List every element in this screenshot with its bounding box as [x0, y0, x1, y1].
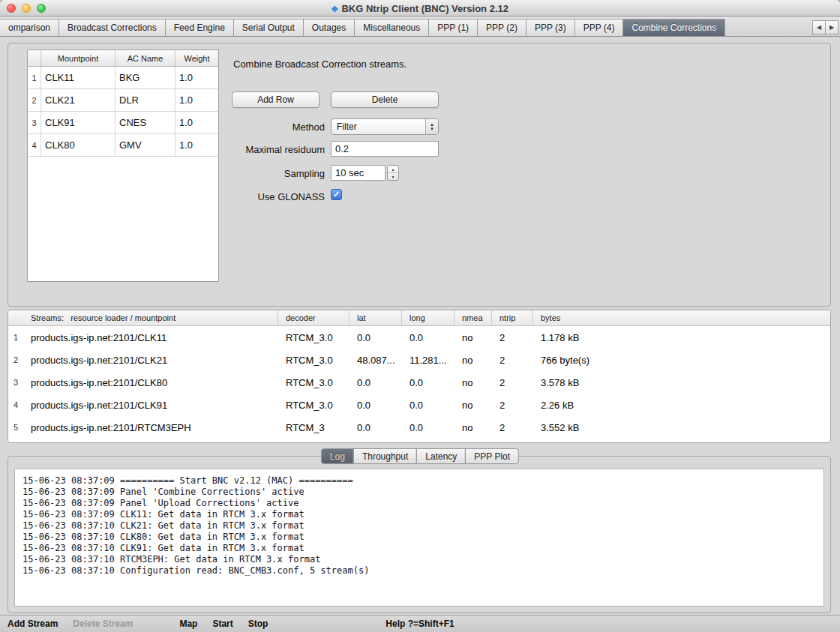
tab-label: Throughput: [362, 451, 408, 462]
header-weight: Weight: [176, 50, 218, 67]
tab-comparison[interactable]: omparison: [0, 19, 59, 36]
cell-nmea: no: [454, 416, 492, 439]
tab-ppp-plot[interactable]: PPP Plot: [465, 448, 519, 464]
cell-mountpoint[interactable]: CLK11: [41, 67, 116, 89]
tab-serial-output[interactable]: Serial Output: [233, 19, 304, 36]
stream-row[interactable]: 3 products.igs-ip.net:2101/CLK80 RTCM_3.…: [8, 371, 830, 394]
tab-label: PPP (3): [535, 22, 566, 33]
stream-row[interactable]: 1 products.igs-ip.net:2101/CLK11 RTCM_3.…: [8, 326, 830, 349]
row-number: 3: [8, 371, 23, 394]
log-line: 15-06-23 08:37:10 RTCM3EPH: Get data in …: [22, 554, 816, 565]
bottom-action-bar: Add Stream Delete Stream Map Start Stop …: [0, 615, 840, 632]
add-stream-button[interactable]: Add Stream: [8, 619, 58, 629]
log-line: 15-06-23 08:37:09 Panel 'Combine Correct…: [22, 487, 816, 498]
header-lat: lat: [350, 310, 402, 325]
row-number: 4: [8, 394, 23, 416]
tab-label: Combine Corrections: [632, 22, 716, 33]
cell-bytes: 766 byte(s): [533, 349, 830, 371]
stepper-down-icon[interactable]: ▼: [388, 173, 398, 180]
header-decoder: decoder: [278, 310, 350, 325]
start-button[interactable]: Start: [212, 619, 232, 629]
tab-scroll-left-icon[interactable]: ◀: [812, 20, 826, 34]
row-number: 1: [8, 326, 23, 349]
tab-label: omparison: [8, 22, 50, 33]
maximal-residuum-input[interactable]: [331, 141, 439, 157]
tab-label: Latency: [425, 451, 457, 462]
stop-button[interactable]: Stop: [248, 619, 268, 629]
cell-weight[interactable]: 1.0: [176, 89, 218, 112]
log-tab-control: Log Throughput Latency PPP Plot: [321, 448, 519, 464]
cell-ntrip: 2: [492, 416, 533, 439]
sampling-stepper[interactable]: ▲ ▼: [387, 165, 399, 181]
tab-label: PPP (4): [584, 22, 615, 33]
stream-row[interactable]: 5 products.igs-ip.net:2101/RTCM3EPH RTCM…: [8, 416, 830, 439]
cell-lat: 0.0: [350, 416, 402, 439]
combo-arrows-icon: ▲ ▼: [425, 119, 438, 134]
log-line: 15-06-23 08:37:10 CLK80: Get data in RTC…: [22, 532, 816, 543]
streams-table-header: Streams: resource loader / mountpoint de…: [8, 310, 830, 326]
tab-outages[interactable]: Outages: [303, 19, 355, 36]
tab-scroll-right-icon[interactable]: ▶: [825, 20, 838, 34]
tab-ppp-4[interactable]: PPP (4): [574, 19, 624, 36]
log-output: 15-06-23 08:37:09 ========== Start BNC v…: [14, 469, 824, 607]
use-glonass-label: Use GLONASS: [8, 191, 325, 202]
cell-nmea: no: [454, 371, 492, 394]
header-row-number: [8, 310, 23, 325]
cell-weight[interactable]: 1.0: [176, 67, 218, 89]
tab-label: Serial Output: [242, 22, 295, 33]
window-title: BKG Ntrip Client (BNC) Version 2.12: [341, 3, 508, 14]
cell-long: 11.281...: [402, 349, 454, 371]
cell-ntrip: 2: [492, 349, 533, 371]
cell-ntrip: 2: [492, 371, 533, 394]
cell-decoder: RTCM_3.0: [278, 394, 350, 416]
cell-nmea: no: [454, 326, 492, 349]
tab-log[interactable]: Log: [321, 448, 354, 464]
cell-decoder: RTCM_3.0: [278, 371, 350, 394]
window-title-wrap: ◆ BKG Ntrip Client (BNC) Version 2.12: [0, 0, 840, 16]
tab-throughput[interactable]: Throughput: [353, 448, 417, 464]
tab-combine-corrections[interactable]: Combine Corrections: [622, 19, 725, 36]
tab-latency[interactable]: Latency: [416, 448, 466, 464]
tab-ppp-3[interactable]: PPP (3): [526, 19, 575, 36]
sampling-input[interactable]: [331, 165, 386, 181]
check-icon: ✓: [333, 190, 340, 199]
tab-scroll-buttons: ◀ ▶: [813, 20, 838, 34]
stream-row[interactable]: 4 products.igs-ip.net:2101/CLK91 RTCM_3.…: [8, 394, 830, 416]
cell-ntrip: 2: [492, 326, 533, 349]
tab-miscellaneous[interactable]: Miscellaneous: [354, 19, 429, 36]
stream-row[interactable]: 2 products.igs-ip.net:2101/CLK21 RTCM_3.…: [8, 349, 830, 371]
delete-button[interactable]: Delete: [331, 91, 439, 108]
tab-label: PPP Plot: [474, 451, 510, 462]
sampling-label: Sampling: [8, 168, 325, 179]
header-row-number: [28, 50, 41, 67]
cell-mountpoint: products.igs-ip.net:2101/CLK91: [23, 394, 278, 416]
add-row-button[interactable]: Add Row: [232, 91, 320, 108]
cell-long: 0.0: [402, 416, 454, 439]
tab-ppp-2[interactable]: PPP (2): [477, 19, 526, 36]
tab-feed-engine[interactable]: Feed Engine: [165, 19, 234, 36]
tab-label: PPP (2): [486, 22, 518, 33]
cell-mountpoint[interactable]: CLK21: [41, 89, 116, 112]
tab-label: Log: [330, 451, 345, 462]
combine-table: Mountpoint AC Name Weight 1 CLK11 BKG 1.…: [27, 49, 219, 282]
titlebar: ◆ BKG Ntrip Client (BNC) Version 2.12: [0, 0, 840, 16]
cell-bytes: 3.552 kB: [533, 416, 830, 439]
table-row[interactable]: 1 CLK11 BKG 1.0: [28, 67, 218, 89]
tab-ppp-1[interactable]: PPP (1): [428, 19, 478, 36]
cell-bytes: 3.578 kB: [533, 371, 830, 394]
method-select[interactable]: Filter ▲ ▼: [331, 118, 439, 135]
method-selected-value: Filter: [332, 121, 425, 132]
cell-ac-name[interactable]: BKG: [116, 67, 176, 89]
tab-broadcast-corrections[interactable]: Broadcast Corrections: [58, 19, 166, 36]
log-line: 15-06-23 08:37:10 CLK91: Get data in RTC…: [22, 543, 816, 554]
log-line: 15-06-23 08:37:10 CLK21: Get data in RTC…: [22, 520, 816, 532]
cell-lat: 0.0: [350, 326, 402, 349]
cell-ac-name[interactable]: DLR: [116, 89, 176, 112]
table-row[interactable]: 2 CLK21 DLR 1.0: [28, 89, 218, 112]
stepper-up-icon[interactable]: ▲: [388, 166, 398, 173]
combine-corrections-panel: Mountpoint AC Name Weight 1 CLK11 BKG 1.…: [8, 43, 831, 307]
delete-stream-button: Delete Stream: [73, 619, 133, 629]
maximal-residuum-label: Maximal residuum: [8, 144, 325, 155]
map-button[interactable]: Map: [179, 619, 197, 629]
use-glonass-checkbox[interactable]: ✓: [331, 189, 342, 200]
